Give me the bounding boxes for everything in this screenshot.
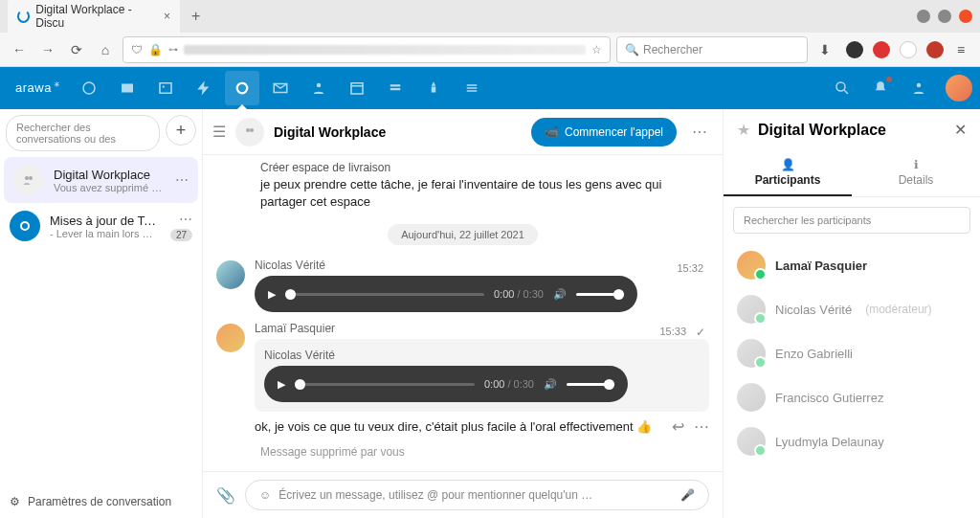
message-author: Nicolas Vérité — [255, 259, 709, 272]
audio-seek[interactable] — [295, 383, 475, 386]
nav-contacts-icon[interactable] — [301, 71, 336, 105]
notifications-icon[interactable] — [863, 71, 898, 105]
permissions-icon: ⊶ — [168, 44, 178, 55]
audio-player[interactable]: ▶ 0:00 / 0:30 🔊 — [264, 366, 628, 402]
chat-scroll[interactable]: Créer espace de livraison je peux prendr… — [203, 155, 723, 471]
participant-row[interactable]: Francisco Gutierrez — [724, 375, 980, 419]
tab-label: Details — [899, 173, 934, 187]
nav-mail-icon[interactable] — [263, 71, 298, 105]
nav-dashboard-icon[interactable] — [72, 71, 106, 105]
shield-icon: 🛡 — [131, 43, 143, 56]
conversation-more-icon[interactable]: ⋯ — [179, 212, 192, 227]
message-time: 15:32 — [677, 262, 703, 274]
message-text: je peux prendre cette tâche, je ferai l'… — [260, 176, 709, 211]
participant-name: Enzo Gabrielli — [775, 347, 853, 361]
nav-calendar-icon[interactable] — [340, 71, 374, 105]
new-tab-button[interactable]: + — [186, 6, 206, 27]
extension-icon-2[interactable] — [873, 41, 890, 58]
volume-slider[interactable] — [567, 383, 614, 386]
browser-search[interactable]: 🔍 Rechercher — [616, 36, 808, 63]
participant-avatar — [737, 251, 766, 280]
reload-button[interactable]: ⟳ — [65, 38, 88, 61]
tab-details[interactable]: ℹ Details — [852, 150, 980, 196]
header-search-icon[interactable] — [825, 71, 859, 105]
nav-activity-icon[interactable] — [187, 71, 221, 105]
conversation-subtitle: - Lever la main lors d'u… — [50, 228, 157, 239]
window-close-icon[interactable] — [959, 10, 972, 23]
conversation-item[interactable]: Digital Workplace Vous avez supprimé un … — [4, 157, 198, 203]
participant-row[interactable]: Nicolas Vérité (modérateur) — [724, 287, 980, 331]
header-contacts-icon[interactable] — [902, 71, 936, 105]
participant-row[interactable]: Lyudmyla Delaunay — [724, 419, 980, 463]
start-call-button[interactable]: 📹 Commencer l'appel — [531, 118, 677, 146]
app-header: arawa — [0, 67, 980, 109]
date-pill: Aujourd'hui, 22 juillet 2021 — [388, 224, 538, 245]
extension-icon-3[interactable] — [900, 41, 917, 58]
window-minimize-icon[interactable] — [917, 10, 930, 23]
nav-files-icon[interactable] — [110, 71, 145, 105]
message-more-icon[interactable]: ⋯ — [694, 417, 709, 436]
message-author: Lamaï Pasquier — [255, 322, 709, 335]
unread-badge: 27 — [170, 229, 192, 241]
right-panel: ★ Digital Workplace ✕ 👤 Participants ℹ D… — [724, 109, 980, 518]
conversation-search[interactable]: Rechercher des conversations ou des — [6, 115, 160, 151]
close-panel-icon[interactable]: ✕ — [954, 121, 967, 139]
window-maximize-icon[interactable] — [938, 10, 951, 23]
nav-upgrade-icon[interactable] — [416, 71, 451, 105]
participant-row[interactable]: Enzo Gabrielli — [724, 331, 980, 375]
volume-icon[interactable]: 🔊 — [544, 378, 557, 391]
emoji-icon[interactable]: ☺ — [259, 488, 271, 502]
browser-tab[interactable]: Digital Workplace - Discu × — [8, 0, 180, 35]
add-conversation-button[interactable]: + — [166, 115, 196, 146]
chat-menu-icon[interactable]: ⋯ — [686, 123, 713, 141]
conversation-settings-button[interactable]: ⚙ Paramètres de conversation — [0, 485, 202, 518]
system-message: Créer espace de livraison — [260, 161, 709, 174]
home-button[interactable]: ⌂ — [94, 38, 117, 61]
conversation-more-icon[interactable]: ⋯ — [175, 172, 189, 188]
app-logo[interactable]: arawa — [8, 80, 68, 95]
play-icon[interactable]: ▶ — [268, 288, 276, 301]
back-button[interactable]: ← — [8, 38, 31, 61]
participant-row[interactable]: Lamaï Pasquier — [724, 243, 980, 287]
toggle-sidebar-icon[interactable]: ☰ — [212, 123, 226, 141]
downloads-icon[interactable]: ⬇ — [813, 38, 836, 61]
conversation-title: Digital Workplace — [54, 168, 166, 182]
user-avatar[interactable] — [946, 75, 972, 101]
volume-icon[interactable]: 🔊 — [553, 288, 567, 301]
extension-icon-1[interactable] — [846, 41, 863, 58]
left-sidebar: Rechercher des conversations ou des + Di… — [0, 109, 203, 518]
url-bar[interactable]: 🛡 🔒 ⊶ ☆ — [122, 36, 611, 63]
play-icon[interactable]: ▶ — [278, 378, 285, 391]
bookmark-star-icon[interactable]: ☆ — [591, 43, 602, 56]
start-call-label: Commencer l'appel — [565, 125, 663, 139]
chat-input[interactable]: ☺ Écrivez un message, utilisez @ pour me… — [245, 480, 709, 510]
audio-seek[interactable] — [285, 293, 484, 296]
conversation-item[interactable]: Mises à jour de Talk ✅ - Lever la main l… — [0, 203, 202, 249]
info-icon: ℹ — [852, 158, 980, 171]
nav-deck-icon[interactable] — [378, 71, 412, 105]
tab-close-icon[interactable]: × — [164, 10, 170, 23]
favorite-star-icon[interactable]: ★ — [737, 121, 750, 139]
nav-photos-icon[interactable] — [148, 71, 183, 105]
conversation-title: Mises à jour de Talk ✅ — [50, 214, 157, 228]
tab-title: Digital Workplace - Discu — [35, 3, 154, 30]
mic-icon[interactable]: 🎤 — [680, 488, 695, 502]
volume-slider[interactable] — [576, 293, 624, 296]
participants-search[interactable]: Rechercher les participants — [733, 207, 970, 234]
search-icon: 🔍 — [625, 43, 639, 56]
audio-player[interactable]: ▶ 0:00 / 0:30 🔊 — [255, 276, 637, 312]
tab-participants[interactable]: 👤 Participants — [724, 150, 852, 196]
svg-point-4 — [237, 83, 248, 94]
quote-author: Nicolas Vérité — [264, 349, 700, 362]
browser-menu-icon[interactable]: ≡ — [949, 38, 972, 61]
chat-input-row: 📎 ☺ Écrivez un message, utilisez @ pour … — [203, 471, 723, 518]
forward-button[interactable]: → — [36, 38, 59, 61]
attach-icon[interactable]: 📎 — [216, 486, 235, 505]
reply-icon[interactable]: ↩ — [672, 417, 684, 436]
settings-label: Paramètres de conversation — [28, 495, 171, 508]
audio-time: 0:00 / 0:30 — [494, 288, 544, 300]
nav-talk-icon[interactable] — [225, 71, 259, 105]
nav-more-icon[interactable] — [455, 71, 489, 105]
message-time: 15:33 — [659, 326, 686, 337]
extension-icon-4[interactable] — [926, 41, 944, 58]
